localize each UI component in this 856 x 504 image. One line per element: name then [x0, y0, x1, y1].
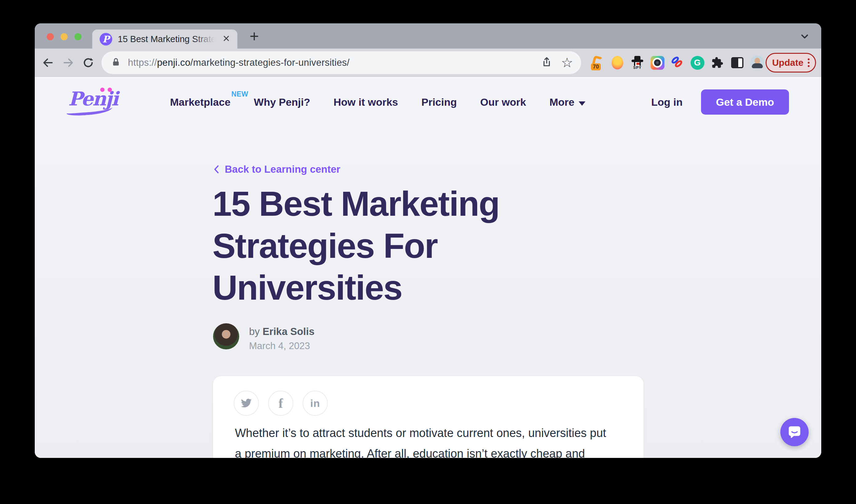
profile-avatar-image: [750, 56, 764, 70]
url-scheme: https://: [128, 57, 157, 68]
header-actions: Log in Get a Demo: [651, 89, 789, 115]
gradient-circle-extension-icon[interactable]: [610, 56, 624, 70]
new-tab-button[interactable]: +: [246, 28, 263, 45]
logo-pink-dot: [100, 88, 105, 92]
link-chains-extension-icon[interactable]: [670, 56, 684, 70]
minimize-window-button[interactable]: [60, 33, 68, 40]
web-page: Penji Marketplace NEW Why Penji? How it …: [35, 77, 821, 458]
facebook-icon: f: [279, 396, 283, 411]
share-icon[interactable]: [541, 56, 553, 69]
nav-label: More: [550, 96, 574, 108]
extensions-puzzle-icon[interactable]: [710, 56, 725, 70]
grammarly-g-glyph: G: [691, 56, 705, 70]
gradient-circle-shape: [611, 56, 623, 70]
profile-avatar[interactable]: [750, 56, 764, 70]
chevron-left-icon: [213, 165, 220, 174]
chat-bubble-icon: [787, 425, 802, 440]
tab-strip: P 15 Best Marketing Strategies F +: [35, 23, 821, 49]
byline: by Erika Solis: [249, 326, 315, 338]
active-tab[interactable]: P 15 Best Marketing Strategies F: [92, 30, 237, 49]
reload-button[interactable]: [82, 56, 94, 69]
bookmark-star-icon[interactable]: ☆: [561, 56, 573, 70]
side-panel-shape: [731, 57, 744, 68]
back-button[interactable]: [42, 56, 54, 69]
penji-favicon-icon: P: [100, 33, 112, 46]
browser-menu-kebab-icon[interactable]: [808, 58, 809, 67]
author-name: Erika Solis: [263, 326, 315, 337]
url-domain: penji.co: [157, 57, 190, 68]
new-badge: NEW: [231, 90, 248, 98]
back-to-learning-center-link[interactable]: Back to Learning center: [213, 163, 340, 175]
camera-lens-extension-icon[interactable]: [650, 56, 664, 70]
nav-item-marketplace[interactable]: Marketplace NEW: [170, 96, 231, 108]
spy-hat-brim: [631, 60, 643, 62]
address-bar[interactable]: https://penji.co/marketing-strategies-fo…: [102, 51, 581, 74]
penji-logo[interactable]: Penji: [68, 88, 119, 117]
browser-window: P 15 Best Marketing Strategies F +: [35, 23, 821, 458]
extensions-row: 70 SPY G: [590, 49, 764, 77]
nav-item-more[interactable]: More: [550, 96, 585, 108]
grammarly-extension-icon[interactable]: G: [690, 56, 705, 70]
tab-close-icon[interactable]: [222, 34, 231, 44]
spy-extension-icon[interactable]: SPY: [630, 56, 644, 70]
twitter-share-button[interactable]: [234, 391, 259, 416]
article-title: 15 Best Marketing Strategies For Univers…: [212, 183, 578, 309]
seo-extension-icon[interactable]: 70: [590, 56, 605, 70]
article-intro-paragraph: Whether it’s to attract students or moti…: [235, 423, 611, 458]
chevron-down-icon: [579, 102, 585, 106]
facebook-share-button[interactable]: f: [268, 391, 293, 416]
article-card: f in Whether it’s to attract students or…: [213, 376, 644, 458]
tab-search-chevron-icon[interactable]: [799, 31, 810, 43]
main-nav: Marketplace NEW Why Penji? How it works …: [170, 96, 585, 108]
nav-label: Marketplace: [170, 96, 231, 108]
login-link[interactable]: Log in: [651, 96, 682, 108]
logo-pink-dot: [108, 88, 112, 92]
forward-button[interactable]: [62, 56, 74, 69]
chrome-update-button[interactable]: Update: [766, 53, 816, 73]
back-link-label: Back to Learning center: [225, 163, 340, 175]
browser-toolbar: https://penji.co/marketing-strategies-fo…: [35, 49, 821, 77]
nav-item-pricing[interactable]: Pricing: [421, 96, 457, 108]
chat-widget-button[interactable]: [780, 418, 809, 446]
nav-item-why-penji[interactable]: Why Penji?: [254, 96, 310, 108]
spy-red-chip: [637, 63, 640, 65]
lock-icon[interactable]: [111, 57, 121, 69]
share-buttons: f in: [234, 391, 328, 416]
tab-title-wrap: 15 Best Marketing Strategies F: [118, 34, 218, 44]
publish-date: March 4, 2023: [249, 341, 310, 352]
lens-core: [654, 59, 661, 66]
omnibox-actions: ☆: [541, 51, 573, 74]
site-header: Penji Marketplace NEW Why Penji? How it …: [35, 77, 821, 125]
get-a-demo-button[interactable]: Get a Demo: [701, 89, 789, 115]
tab-title-fade: [194, 34, 218, 44]
byline-prefix: by: [249, 326, 260, 337]
lens-ring: [650, 56, 664, 70]
linkedin-icon: in: [310, 397, 320, 409]
url-text: https://penji.co/marketing-strategies-fo…: [128, 57, 350, 68]
update-label: Update: [772, 57, 803, 68]
traffic-lights: [47, 33, 82, 40]
seo-extension-badge: 70: [591, 63, 601, 70]
author-avatar: [213, 323, 239, 349]
linkedin-share-button[interactable]: in: [303, 391, 328, 416]
avatar-body-shape: [752, 63, 763, 68]
zoom-window-button[interactable]: [74, 33, 82, 40]
url-path: /marketing-strategies-for-universities/: [190, 57, 350, 68]
nav-item-our-work[interactable]: Our work: [480, 96, 526, 108]
lens-dot: [656, 61, 659, 64]
spy-torso: [634, 62, 641, 66]
twitter-icon: [240, 397, 252, 409]
spy-label: SPY: [633, 66, 641, 70]
side-panel-icon[interactable]: [730, 56, 744, 70]
close-window-button[interactable]: [47, 33, 54, 40]
nav-item-how-it-works[interactable]: How it works: [334, 96, 398, 108]
spy-hat-crown: [634, 56, 640, 60]
